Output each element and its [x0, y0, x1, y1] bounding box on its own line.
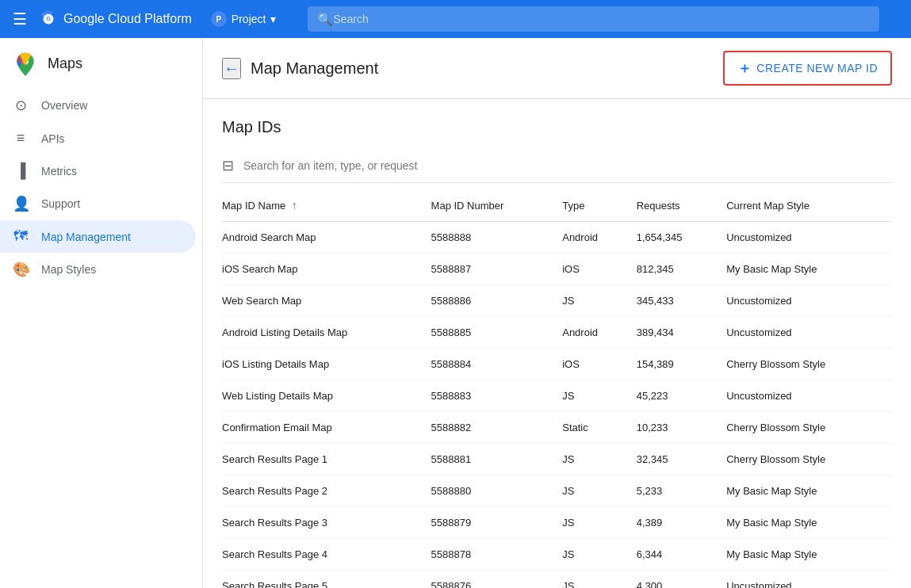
- table-row[interactable]: iOS Listing Details Map5588884iOS154,389…: [222, 349, 892, 380]
- search-input[interactable]: [333, 13, 870, 25]
- section-title: Map IDs: [222, 118, 892, 136]
- sidebar-app-header: Maps: [0, 44, 202, 89]
- cell-name: Search Results Page 3: [222, 507, 425, 539]
- cell-type: JS: [556, 475, 630, 507]
- app-name: Google Cloud Platform: [63, 12, 192, 26]
- cell-name: Search Results Page 2: [222, 475, 425, 507]
- cell-requests: 45,223: [630, 380, 721, 412]
- cell-name: Confirmation Email Map: [222, 412, 425, 444]
- col-style: Current Map Style: [720, 189, 892, 222]
- svg-text:G: G: [46, 15, 51, 22]
- cell-number: 5588882: [425, 412, 557, 444]
- search-bar[interactable]: 🔍: [308, 6, 879, 32]
- cell-number: 5588880: [425, 475, 557, 507]
- sidebar-item-label-support: Support: [41, 197, 80, 210]
- cell-number: 5588878: [425, 539, 557, 571]
- table-search-input[interactable]: [243, 159, 892, 172]
- support-icon: 👤: [13, 195, 29, 212]
- sort-arrow-icon[interactable]: ↑: [292, 199, 297, 212]
- cell-name: Search Results Page 1: [222, 444, 425, 475]
- cell-name: Web Listing Details Map: [222, 380, 425, 412]
- search-icon: 🔍: [317, 12, 333, 27]
- cell-name: Search Results Page 4: [222, 539, 425, 571]
- table-row[interactable]: Web Search Map5588886JS345,433Uncustomiz…: [222, 285, 892, 317]
- cell-type: iOS: [556, 254, 630, 285]
- table-row[interactable]: Search Results Page 15588881JS32,345Cher…: [222, 444, 892, 475]
- metrics-icon: ▐: [13, 162, 29, 179]
- sidebar-item-support[interactable]: 👤 Support: [0, 187, 196, 220]
- menu-icon[interactable]: ☰: [13, 10, 27, 29]
- app-logo: G Google Cloud Platform: [40, 10, 192, 28]
- cell-type: iOS: [556, 349, 630, 380]
- table-row[interactable]: Web Listing Details Map5588883JS45,223Un…: [222, 380, 892, 412]
- sidebar-item-label-map-styles: Map Styles: [41, 263, 96, 276]
- filter-icon: ⊟: [222, 157, 234, 174]
- sidebar-item-apis[interactable]: ≡ APIs: [0, 122, 196, 155]
- cell-style: Uncustomized: [720, 285, 892, 317]
- cell-type: JS: [556, 444, 630, 475]
- cell-number: 5588879: [425, 507, 557, 539]
- sidebar-item-map-styles[interactable]: 🎨 Map Styles: [0, 253, 196, 286]
- cell-number: 5588884: [425, 349, 557, 380]
- cell-requests: 812,345: [630, 254, 721, 285]
- cell-style: My Basic Map Style: [720, 475, 892, 507]
- table-header-row: Map ID Name ↑ Map ID Number Type Request…: [222, 189, 892, 222]
- back-button[interactable]: ←: [222, 58, 241, 79]
- cell-name: Android Search Map: [222, 222, 425, 254]
- topbar: ☰ G Google Cloud Platform P Project ▾ 🔍: [0, 0, 911, 38]
- project-selector[interactable]: P Project ▾: [211, 11, 277, 27]
- cell-number: 5588885: [425, 317, 557, 349]
- project-chevron-icon: ▾: [270, 13, 276, 25]
- table-row[interactable]: Search Results Page 55588876JS4,300Uncus…: [222, 571, 892, 589]
- sidebar: Maps ⊙ Overview ≡ APIs ▐ Metrics 👤 Suppo…: [0, 38, 203, 588]
- cell-style: Cherry Blossom Style: [720, 349, 892, 380]
- create-btn-label: CREATE NEW MAP ID: [756, 62, 878, 74]
- create-new-map-id-button[interactable]: ＋ CREATE NEW MAP ID: [723, 51, 892, 86]
- cell-type: Android: [556, 317, 630, 349]
- maps-app-icon: [13, 51, 38, 76]
- table-row[interactable]: iOS Search Map5588887iOS812,345My Basic …: [222, 254, 892, 285]
- cell-number: 5588886: [425, 285, 557, 317]
- map-management-icon: 🗺: [13, 228, 29, 245]
- cell-requests: 345,433: [630, 285, 721, 317]
- table-row[interactable]: Search Results Page 35588879JS4,389My Ba…: [222, 507, 892, 539]
- plus-icon: ＋: [737, 59, 752, 78]
- cell-style: Uncustomized: [720, 222, 892, 254]
- cell-requests: 154,389: [630, 349, 721, 380]
- apis-icon: ≡: [13, 130, 29, 147]
- cell-number: 5588876: [425, 571, 557, 589]
- cell-type: JS: [556, 507, 630, 539]
- table-row[interactable]: Search Results Page 25588880JS5,233My Ba…: [222, 475, 892, 507]
- col-requests: Requests: [630, 189, 721, 222]
- table-row[interactable]: Confirmation Email Map5588882Static10,23…: [222, 412, 892, 444]
- cell-style: Uncustomized: [720, 380, 892, 412]
- table-row[interactable]: Search Results Page 45588878JS6,344My Ba…: [222, 539, 892, 571]
- cell-style: My Basic Map Style: [720, 254, 892, 285]
- cell-requests: 5,233: [630, 475, 721, 507]
- cell-number: 5588881: [425, 444, 557, 475]
- cell-name: Search Results Page 5: [222, 571, 425, 589]
- cell-style: My Basic Map Style: [720, 507, 892, 539]
- project-label: Project: [232, 13, 266, 25]
- sidebar-item-map-management[interactable]: 🗺 Map Management: [0, 220, 196, 253]
- cell-requests: 4,389: [630, 507, 721, 539]
- cell-type: Android: [556, 222, 630, 254]
- col-number: Map ID Number: [425, 189, 557, 222]
- sidebar-item-label-apis: APIs: [41, 132, 65, 145]
- cell-requests: 389,434: [630, 317, 721, 349]
- cell-style: Uncustomized: [720, 317, 892, 349]
- sidebar-item-overview[interactable]: ⊙ Overview: [0, 89, 196, 122]
- cell-style: Cherry Blossom Style: [720, 444, 892, 475]
- cell-number: 5588883: [425, 380, 557, 412]
- sidebar-item-metrics[interactable]: ▐ Metrics: [0, 155, 196, 187]
- cell-requests: 32,345: [630, 444, 721, 475]
- col-name: Map ID Name ↑: [222, 189, 425, 222]
- cell-type: Static: [556, 412, 630, 444]
- table-row[interactable]: Android Search Map5588888Android1,654,34…: [222, 222, 892, 254]
- sidebar-app-title: Maps: [48, 55, 82, 72]
- layout: Maps ⊙ Overview ≡ APIs ▐ Metrics 👤 Suppo…: [0, 38, 911, 588]
- cell-type: JS: [556, 571, 630, 589]
- overview-icon: ⊙: [13, 97, 29, 114]
- cell-type: JS: [556, 285, 630, 317]
- table-row[interactable]: Android Listing Details Map5588885Androi…: [222, 317, 892, 349]
